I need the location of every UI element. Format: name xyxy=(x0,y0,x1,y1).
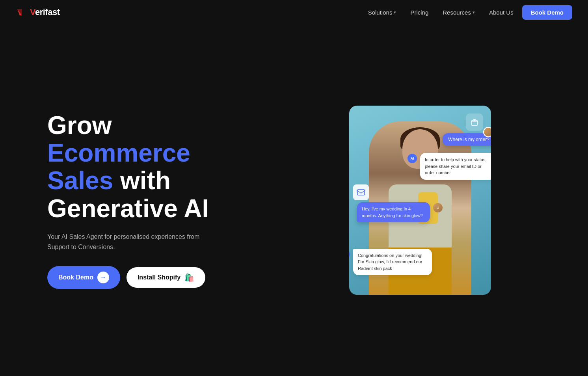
hero-image-card: Where is my order? AI In order to help w… xyxy=(349,106,491,295)
hero-section: Grow EcommerceSales withGenerative AI Yo… xyxy=(0,0,588,376)
chevron-down-icon: ▾ xyxy=(394,10,396,15)
hero-left: Grow EcommerceSales withGenerative AI Yo… xyxy=(47,112,252,289)
hero-title: Grow EcommerceSales withGenerative AI xyxy=(47,112,252,223)
book-demo-button[interactable]: Book Demo → xyxy=(47,266,120,289)
install-shopify-button[interactable]: Install Shopify 🛍️ xyxy=(127,267,205,288)
logo-text: Verifast xyxy=(30,7,60,17)
nav-about[interactable]: About Us xyxy=(484,6,519,19)
nav-solutions[interactable]: Solutions ▾ xyxy=(363,6,402,19)
person-pants xyxy=(389,248,452,295)
person-silhouette xyxy=(369,121,471,295)
nav-pricing[interactable]: Pricing xyxy=(405,6,434,19)
nav-resources[interactable]: Resources ▾ xyxy=(437,6,480,19)
arrow-icon: → xyxy=(97,272,109,283)
shopify-icon: 🛍️ xyxy=(184,273,194,282)
person-background xyxy=(349,106,491,295)
hero-buttons: Book Demo → Install Shopify 🛍️ xyxy=(47,266,252,289)
nav-book-demo-button[interactable]: Book Demo xyxy=(522,5,572,20)
person-phone xyxy=(418,192,438,224)
nav-links: Solutions ▾ Pricing Resources ▾ About Us… xyxy=(363,5,572,20)
hero-right: Where is my order? AI In order to help w… xyxy=(276,102,564,299)
chevron-down-icon: ▾ xyxy=(473,10,475,15)
navigation: Verifast Solutions ▾ Pricing Resources ▾… xyxy=(0,0,588,24)
hero-subtitle: Your AI Sales Agent for personalised exp… xyxy=(47,232,213,252)
logo[interactable]: Verifast xyxy=(16,6,60,19)
person-head xyxy=(402,129,438,169)
